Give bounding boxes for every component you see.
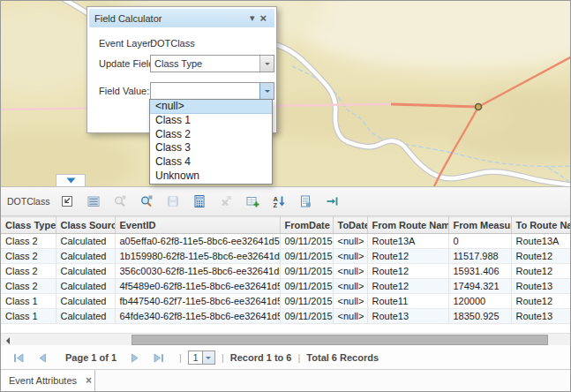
field-value-select[interactable]: [150, 82, 274, 100]
page-number-select-button[interactable]: [203, 351, 215, 365]
table-cell[interactable]: 09/11/2015: [280, 264, 333, 279]
table-cell[interactable]: Calculated: [56, 234, 115, 249]
table-cell[interactable]: Route13: [511, 279, 571, 294]
dialog-close-icon[interactable]: ×: [257, 13, 269, 23]
page-label: Page 1 of 1: [65, 352, 116, 363]
table-cell[interactable]: Route13: [511, 309, 571, 324]
scrollbar-thumb[interactable]: [131, 335, 548, 345]
dropdown-option[interactable]: Class 3: [150, 141, 272, 155]
add-records-icon[interactable]: [244, 194, 259, 209]
column-header[interactable]: FromDate: [280, 217, 333, 234]
table-row[interactable]: Class 1Calculatedfb447540-62f7-11e5-8bc6…: [1, 294, 571, 309]
dropdown-option[interactable]: Class 4: [150, 155, 272, 170]
dropdown-option[interactable]: Class 1: [150, 114, 272, 128]
table-cell[interactable]: 09/11/2015: [280, 234, 333, 249]
sort-icon[interactable]: AZ: [271, 194, 286, 209]
column-header[interactable]: From Route Name: [367, 217, 448, 234]
save-icon-disabled[interactable]: [165, 194, 180, 209]
table-cell[interactable]: <null>: [333, 234, 367, 249]
route-junction-marker[interactable]: [476, 104, 482, 110]
table-row[interactable]: Class 2Calculated356c0030-62f8-11e5-8bc6…: [1, 264, 571, 279]
table-cell[interactable]: <null>: [333, 294, 367, 309]
table-cell[interactable]: Route11: [367, 294, 448, 309]
column-header[interactable]: Class Source: [56, 217, 115, 234]
table-row[interactable]: Class 2Calculateda05effa0-62f8-11e5-8bc6…: [1, 234, 571, 249]
table-cell[interactable]: Route12: [367, 249, 448, 264]
table-cell[interactable]: 11517.988: [448, 249, 511, 264]
table-cell[interactable]: Class 1: [1, 294, 56, 309]
first-page-button[interactable]: [9, 351, 28, 365]
table-cell[interactable]: Route13A: [367, 234, 448, 249]
dialog-caret-down-icon[interactable]: ▾: [247, 13, 258, 23]
table-cell[interactable]: a05effa0-62f8-11e5-8bc6-ee32641d5ec9: [115, 234, 280, 249]
table-cell[interactable]: Class 2: [1, 279, 56, 294]
table-cell[interactable]: 356c0030-62f8-11e5-8bc6-ee32641d5ec9: [115, 264, 280, 279]
previous-page-button[interactable]: [33, 351, 52, 365]
tab-event-attributes[interactable]: Event Attributes ×: [1, 370, 95, 391]
update-field-select[interactable]: Class Type: [150, 55, 274, 72]
table-cell[interactable]: <null>: [333, 309, 367, 324]
scroll-left-icon[interactable]: [6, 337, 10, 344]
table-cell[interactable]: 09/11/2015: [280, 249, 333, 264]
table-cell[interactable]: <null>: [333, 264, 367, 279]
table-cell[interactable]: <null>: [333, 249, 367, 264]
table-cell[interactable]: Class 2: [1, 264, 56, 279]
column-header[interactable]: To Route Name: [511, 217, 571, 234]
table-cell[interactable]: Route13A: [511, 234, 571, 249]
table-cell[interactable]: 4f5489e0-62f8-11e5-8bc6-ee32641d5ec9: [115, 279, 280, 294]
table-cell[interactable]: Route12: [367, 264, 448, 279]
dropdown-option[interactable]: Unknown: [150, 170, 272, 184]
last-page-button[interactable]: [149, 351, 169, 365]
report-icon[interactable]: [297, 194, 312, 209]
zoom-to-selected-icon[interactable]: [139, 194, 154, 209]
table-cell[interactable]: Route12: [511, 264, 571, 279]
table-cell[interactable]: Calculated: [56, 294, 115, 309]
table-cell[interactable]: Class 1: [1, 309, 56, 324]
table-cell[interactable]: Route12: [511, 249, 571, 264]
table-row[interactable]: Class 1Calculated64fde340-62f8-11e5-8bc6…: [1, 309, 571, 324]
clear-selection-icon-disabled[interactable]: [218, 194, 233, 209]
table-cell[interactable]: Class 2: [1, 234, 56, 249]
tab-close-icon[interactable]: ×: [86, 374, 92, 387]
table-row[interactable]: Class 2Calculated4f5489e0-62f8-11e5-8bc6…: [1, 279, 571, 294]
column-header[interactable]: EventID: [115, 217, 280, 234]
column-header[interactable]: Class Type: [1, 217, 56, 234]
table-cell[interactable]: Calculated: [56, 249, 115, 264]
select-records-icon[interactable]: [59, 194, 74, 209]
table-cell[interactable]: 120000: [448, 294, 511, 309]
column-header[interactable]: From Measure: [448, 217, 511, 234]
table-cell[interactable]: fb447540-62f7-11e5-8bc6-ee32641d5ec9: [115, 294, 280, 309]
table-cell[interactable]: Route12: [367, 279, 448, 294]
table-cell[interactable]: 64fde340-62f8-11e5-8bc6-ee32641d5ec9: [115, 309, 280, 324]
table-cell[interactable]: 0: [448, 234, 511, 249]
dialog-titlebar[interactable]: Field Calculator ▾ ×: [89, 9, 274, 27]
field-calculator-icon[interactable]: [192, 194, 207, 209]
dropdown-option[interactable]: Class 2: [150, 128, 272, 142]
table-cell[interactable]: Route12: [511, 294, 571, 309]
table-cell[interactable]: 18350.925: [448, 309, 511, 324]
page-number-select[interactable]: 1: [188, 351, 215, 365]
field-value-select-button[interactable]: [259, 83, 274, 99]
table-row[interactable]: Class 2Calculated1b159980-62f8-11e5-8bc6…: [1, 249, 571, 264]
table-cell[interactable]: 1b159980-62f8-11e5-8bc6-ee32641d5ec9: [115, 249, 280, 264]
next-page-button[interactable]: [125, 351, 145, 365]
table-cell[interactable]: Route13: [367, 309, 448, 324]
table-cell[interactable]: 09/11/2015: [280, 294, 333, 309]
update-field-select-button[interactable]: [259, 56, 274, 72]
table-cell[interactable]: 17494.321: [448, 279, 511, 294]
table-cell[interactable]: 15931.406: [448, 264, 511, 279]
table-cell[interactable]: Calculated: [56, 309, 115, 324]
column-header[interactable]: ToDate: [333, 217, 367, 234]
table-cell[interactable]: Calculated: [56, 264, 115, 279]
table-cell[interactable]: <null>: [333, 279, 367, 294]
zoom-to-selected-icon-disabled[interactable]: [112, 194, 127, 209]
table-cell[interactable]: Calculated: [56, 279, 115, 294]
table-collapse-tab[interactable]: [56, 174, 86, 186]
table-cell[interactable]: Class 2: [1, 249, 56, 264]
move-to-end-icon[interactable]: [324, 194, 339, 209]
table-horizontal-scrollbar[interactable]: [1, 333, 571, 345]
show-selected-records-icon[interactable]: [86, 194, 101, 209]
table-cell[interactable]: 09/11/2015: [280, 279, 333, 294]
dropdown-option[interactable]: <null>: [150, 100, 272, 114]
table-cell[interactable]: 09/11/2015: [280, 309, 333, 324]
